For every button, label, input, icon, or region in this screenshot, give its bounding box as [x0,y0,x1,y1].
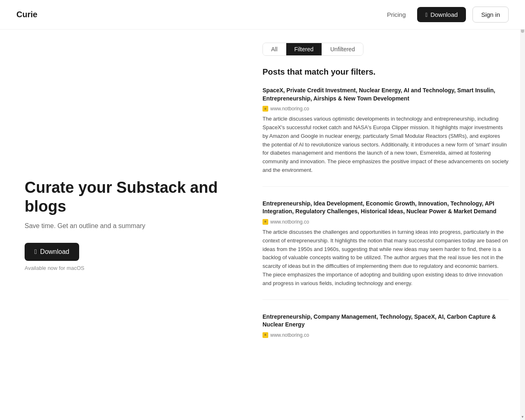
post-source-1: ≡ www.notboring.co [262,106,509,112]
right-panel: All Filtered Unfiltered Posts that match… [254,30,525,420]
hero-title: Curate your Substack and blogs [25,178,230,216]
source-url-3: www.notboring.co [270,332,309,338]
post-title-3: Entrepreneurship, Company Management, Te… [262,313,509,329]
tab-unfiltered[interactable]: Unfiltered [322,43,363,55]
filter-tabs: All Filtered Unfiltered [262,43,363,56]
post-card-1: SpaceX, Private Credit Investment, Nucle… [262,87,509,187]
posts-heading: Posts that match your filters. [262,67,509,77]
download-button-header[interactable]:  Download [417,7,466,22]
tab-all[interactable]: All [263,43,286,55]
download-label-hero: Download [40,248,69,256]
post-source-2: ≡ www.notboring.co [262,219,509,225]
header-nav: Pricing  Download Sign in [382,7,509,23]
download-label-header: Download [430,11,458,18]
logo[interactable]: Curie [16,10,37,19]
scrollbar-arrow-down[interactable]: ▼ [520,413,525,420]
tab-filtered[interactable]: Filtered [286,43,322,55]
post-card-2: Entrepreneurship, Idea Development, Econ… [262,200,509,300]
source-favicon-2: ≡ [262,219,268,225]
download-button-hero[interactable]:  Download [25,243,79,261]
source-url-1: www.notboring.co [270,106,309,112]
macos-note: Available now for macOS [25,265,230,271]
pricing-link[interactable]: Pricing [382,8,411,21]
post-summary-2: The article discusses the challenges and… [262,228,509,288]
page-scrollbar: ▲ ▼ [520,0,525,420]
post-title-2: Entrepreneurship, Idea Development, Econ… [262,200,509,216]
header: Curie Pricing  Download Sign in [0,0,525,30]
source-favicon-3: ≡ [262,332,268,338]
post-card-3: Entrepreneurship, Company Management, Te… [262,313,509,353]
apple-icon-header:  [425,11,427,18]
post-source-3: ≡ www.notboring.co [262,332,509,338]
signin-button[interactable]: Sign in [472,7,509,23]
source-url-2: www.notboring.co [270,219,309,225]
post-title-1: SpaceX, Private Credit Investment, Nucle… [262,87,509,103]
left-panel: Curate your Substack and blogs Save time… [0,30,254,420]
source-favicon-1: ≡ [262,106,268,112]
post-summary-1: The article discusses various optimistic… [262,115,509,175]
main-layout: Curate your Substack and blogs Save time… [0,30,525,420]
apple-icon-hero:  [34,248,37,256]
hero-subtitle: Save time. Get an outline and a summary [25,222,230,230]
